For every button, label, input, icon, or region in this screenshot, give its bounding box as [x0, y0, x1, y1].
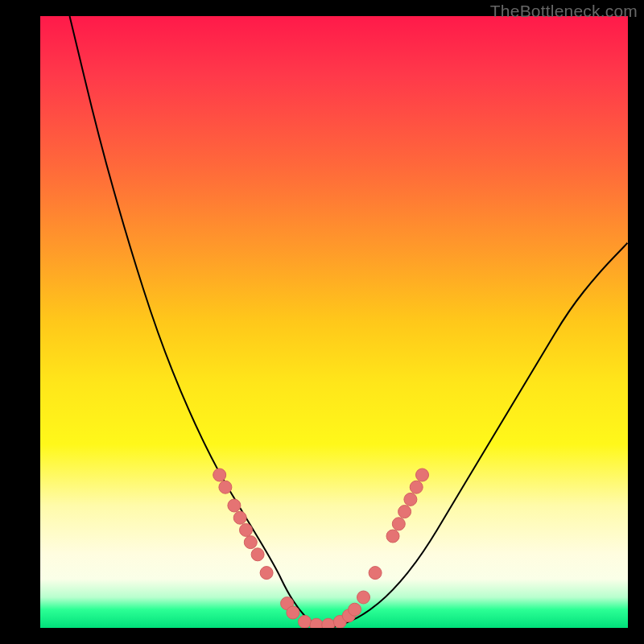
data-point: [287, 606, 299, 619]
data-point: [244, 536, 257, 549]
plot-area: [40, 16, 628, 628]
chart-svg: [40, 16, 628, 628]
data-point: [233, 511, 246, 524]
data-point: [357, 591, 370, 604]
data-point: [228, 499, 241, 512]
data-point: [240, 523, 253, 536]
data-point: [369, 567, 382, 580]
data-point: [386, 530, 399, 543]
data-point: [349, 603, 361, 616]
data-point: [392, 518, 405, 530]
data-point: [416, 469, 429, 481]
data-point: [299, 615, 312, 628]
watermark-text: TheBottleneck.com: [490, 2, 638, 21]
chart-frame: TheBottleneck.com: [0, 0, 644, 644]
data-point: [410, 481, 423, 493]
data-point: [322, 618, 335, 628]
data-point: [213, 469, 226, 481]
bottleneck-curve: [70, 16, 629, 628]
data-point: [404, 493, 417, 506]
data-point: [251, 548, 264, 561]
data-point: [219, 481, 232, 493]
data-point: [398, 506, 411, 518]
dots-group: [213, 469, 429, 628]
data-point: [310, 618, 323, 628]
data-point: [260, 567, 273, 580]
